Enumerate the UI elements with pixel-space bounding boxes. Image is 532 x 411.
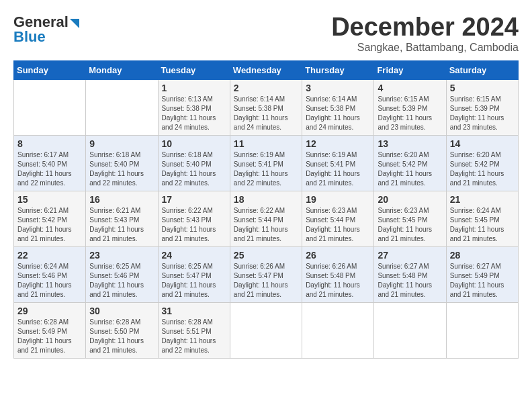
calendar-cell-w2-d6: 14Sunrise: 6:20 AMSunset: 5:42 PMDayligh… bbox=[446, 135, 518, 191]
calendar-cell-w3-d5: 20Sunrise: 6:23 AMSunset: 5:45 PMDayligh… bbox=[374, 191, 446, 246]
day-number: 26 bbox=[306, 250, 370, 261]
day-info: Sunrise: 6:21 AMSunset: 5:43 PMDaylight:… bbox=[89, 206, 154, 244]
day-number: 14 bbox=[450, 138, 515, 149]
calendar-cell-w3-d3: 18Sunrise: 6:22 AMSunset: 5:44 PMDayligh… bbox=[230, 191, 302, 246]
day-info: Sunrise: 6:15 AMSunset: 5:39 PMDaylight:… bbox=[378, 95, 442, 132]
week-row-4: 22Sunrise: 6:24 AMSunset: 5:46 PMDayligh… bbox=[14, 246, 519, 302]
header-row: SundayMondayTuesdayWednesdayThursdayFrid… bbox=[14, 60, 519, 79]
day-number: 19 bbox=[306, 194, 370, 205]
calendar-cell-w1-d5: 4Sunrise: 6:15 AMSunset: 5:39 PMDaylight… bbox=[374, 79, 446, 135]
day-number: 9 bbox=[89, 138, 154, 149]
day-number: 12 bbox=[306, 138, 370, 149]
day-info: Sunrise: 6:27 AMSunset: 5:49 PMDaylight:… bbox=[450, 262, 515, 300]
header-friday: Friday bbox=[374, 60, 446, 79]
day-info: Sunrise: 6:20 AMSunset: 5:42 PMDaylight:… bbox=[450, 150, 515, 188]
calendar-cell-w3-d4: 19Sunrise: 6:23 AMSunset: 5:44 PMDayligh… bbox=[302, 191, 374, 246]
calendar-header: SundayMondayTuesdayWednesdayThursdayFrid… bbox=[14, 60, 519, 79]
calendar-cell-w2-d2: 10Sunrise: 6:18 AMSunset: 5:40 PMDayligh… bbox=[158, 135, 230, 191]
title-block: December 2024 Sangkae, Battambang, Cambo… bbox=[331, 13, 519, 54]
day-number: 31 bbox=[162, 306, 226, 316]
calendar-cell-w1-d4: 3Sunrise: 6:14 AMSunset: 5:38 PMDaylight… bbox=[302, 79, 374, 135]
logo-arrow-icon bbox=[70, 19, 79, 28]
day-info: Sunrise: 6:23 AMSunset: 5:44 PMDaylight:… bbox=[306, 206, 370, 244]
day-info: Sunrise: 6:18 AMSunset: 5:40 PMDaylight:… bbox=[162, 150, 226, 188]
day-info: Sunrise: 6:28 AMSunset: 5:50 PMDaylight:… bbox=[89, 318, 154, 355]
calendar-cell-w4-d6: 28Sunrise: 6:27 AMSunset: 5:49 PMDayligh… bbox=[446, 246, 518, 302]
calendar-cell-w5-d2: 31Sunrise: 6:28 AMSunset: 5:51 PMDayligh… bbox=[158, 302, 230, 358]
day-number: 16 bbox=[89, 194, 154, 205]
day-info: Sunrise: 6:22 AMSunset: 5:43 PMDaylight:… bbox=[162, 206, 226, 244]
calendar-table: SundayMondayTuesdayWednesdayThursdayFrid… bbox=[13, 60, 519, 359]
header-saturday: Saturday bbox=[446, 60, 518, 79]
header-tuesday: Tuesday bbox=[158, 60, 230, 79]
logo-blue: Blue bbox=[13, 28, 46, 46]
day-number: 15 bbox=[17, 194, 82, 205]
page-header: General Blue December 2024 Sangkae, Batt… bbox=[13, 13, 519, 54]
day-number: 28 bbox=[450, 250, 515, 261]
day-info: Sunrise: 6:19 AMSunset: 5:41 PMDaylight:… bbox=[306, 150, 370, 188]
calendar-cell-w2-d5: 13Sunrise: 6:20 AMSunset: 5:42 PMDayligh… bbox=[374, 135, 446, 191]
day-info: Sunrise: 6:17 AMSunset: 5:40 PMDaylight:… bbox=[17, 150, 82, 188]
day-number: 17 bbox=[162, 194, 226, 205]
calendar-cell-w4-d1: 23Sunrise: 6:25 AMSunset: 5:46 PMDayligh… bbox=[86, 246, 158, 302]
calendar-cell-w2-d1: 9Sunrise: 6:18 AMSunset: 5:40 PMDaylight… bbox=[86, 135, 158, 191]
day-number: 21 bbox=[450, 194, 515, 205]
week-row-5: 29Sunrise: 6:28 AMSunset: 5:49 PMDayligh… bbox=[14, 302, 519, 358]
day-number: 1 bbox=[162, 83, 226, 93]
day-number: 23 bbox=[89, 250, 154, 261]
day-info: Sunrise: 6:20 AMSunset: 5:42 PMDaylight:… bbox=[378, 150, 442, 188]
day-info: Sunrise: 6:18 AMSunset: 5:40 PMDaylight:… bbox=[89, 150, 154, 188]
month-title: December 2024 bbox=[331, 13, 519, 42]
header-thursday: Thursday bbox=[302, 60, 374, 79]
day-info: Sunrise: 6:19 AMSunset: 5:41 PMDaylight:… bbox=[234, 150, 298, 188]
calendar-cell-w5-d6 bbox=[446, 302, 518, 358]
calendar-cell-w5-d1: 30Sunrise: 6:28 AMSunset: 5:50 PMDayligh… bbox=[86, 302, 158, 358]
calendar-cell-w3-d2: 17Sunrise: 6:22 AMSunset: 5:43 PMDayligh… bbox=[158, 191, 230, 246]
calendar-cell-w5-d0: 29Sunrise: 6:28 AMSunset: 5:49 PMDayligh… bbox=[14, 302, 86, 358]
day-info: Sunrise: 6:14 AMSunset: 5:38 PMDaylight:… bbox=[306, 95, 370, 132]
day-info: Sunrise: 6:26 AMSunset: 5:48 PMDaylight:… bbox=[306, 262, 370, 300]
day-info: Sunrise: 6:21 AMSunset: 5:42 PMDaylight:… bbox=[17, 206, 82, 244]
day-info: Sunrise: 6:28 AMSunset: 5:51 PMDaylight:… bbox=[162, 318, 226, 355]
day-info: Sunrise: 6:22 AMSunset: 5:44 PMDaylight:… bbox=[234, 206, 298, 244]
day-info: Sunrise: 6:27 AMSunset: 5:48 PMDaylight:… bbox=[378, 262, 442, 300]
header-wednesday: Wednesday bbox=[230, 60, 302, 79]
day-info: Sunrise: 6:23 AMSunset: 5:45 PMDaylight:… bbox=[378, 206, 442, 244]
day-number: 20 bbox=[378, 194, 442, 205]
calendar-cell-w2-d3: 11Sunrise: 6:19 AMSunset: 5:41 PMDayligh… bbox=[230, 135, 302, 191]
calendar-cell-w4-d5: 27Sunrise: 6:27 AMSunset: 5:48 PMDayligh… bbox=[374, 246, 446, 302]
calendar-cell-w1-d3: 2Sunrise: 6:14 AMSunset: 5:38 PMDaylight… bbox=[230, 79, 302, 135]
day-number: 18 bbox=[234, 194, 298, 205]
day-number: 13 bbox=[378, 138, 442, 149]
day-number: 11 bbox=[234, 138, 298, 149]
calendar-cell-w3-d1: 16Sunrise: 6:21 AMSunset: 5:43 PMDayligh… bbox=[86, 191, 158, 246]
day-info: Sunrise: 6:15 AMSunset: 5:39 PMDaylight:… bbox=[450, 95, 515, 132]
day-number: 5 bbox=[450, 83, 515, 93]
day-info: Sunrise: 6:24 AMSunset: 5:46 PMDaylight:… bbox=[17, 262, 82, 300]
location: Sangkae, Battambang, Cambodia bbox=[331, 42, 519, 54]
day-info: Sunrise: 6:28 AMSunset: 5:49 PMDaylight:… bbox=[17, 318, 82, 355]
calendar-cell-w5-d5 bbox=[374, 302, 446, 358]
calendar-cell-w4-d3: 25Sunrise: 6:26 AMSunset: 5:47 PMDayligh… bbox=[230, 246, 302, 302]
day-info: Sunrise: 6:24 AMSunset: 5:45 PMDaylight:… bbox=[450, 206, 515, 244]
day-number: 25 bbox=[234, 250, 298, 261]
logo: General Blue bbox=[13, 13, 79, 46]
calendar-cell-w2-d0: 8Sunrise: 6:17 AMSunset: 5:40 PMDaylight… bbox=[14, 135, 86, 191]
day-number: 24 bbox=[162, 250, 226, 261]
week-row-3: 15Sunrise: 6:21 AMSunset: 5:42 PMDayligh… bbox=[14, 191, 519, 246]
calendar-cell-w1-d6: 5Sunrise: 6:15 AMSunset: 5:39 PMDaylight… bbox=[446, 79, 518, 135]
day-number: 22 bbox=[17, 250, 82, 261]
day-info: Sunrise: 6:13 AMSunset: 5:38 PMDaylight:… bbox=[162, 95, 226, 132]
day-number: 27 bbox=[378, 250, 442, 261]
week-row-1: 1Sunrise: 6:13 AMSunset: 5:38 PMDaylight… bbox=[14, 79, 519, 135]
day-info: Sunrise: 6:25 AMSunset: 5:47 PMDaylight:… bbox=[162, 262, 226, 300]
calendar-cell-w4-d2: 24Sunrise: 6:25 AMSunset: 5:47 PMDayligh… bbox=[158, 246, 230, 302]
calendar-cell-w4-d0: 22Sunrise: 6:24 AMSunset: 5:46 PMDayligh… bbox=[14, 246, 86, 302]
day-info: Sunrise: 6:14 AMSunset: 5:38 PMDaylight:… bbox=[234, 95, 298, 132]
week-row-2: 8Sunrise: 6:17 AMSunset: 5:40 PMDaylight… bbox=[14, 135, 519, 191]
day-info: Sunrise: 6:26 AMSunset: 5:47 PMDaylight:… bbox=[234, 262, 298, 300]
calendar-cell-w2-d4: 12Sunrise: 6:19 AMSunset: 5:41 PMDayligh… bbox=[302, 135, 374, 191]
day-number: 30 bbox=[89, 306, 154, 316]
calendar-cell-w3-d0: 15Sunrise: 6:21 AMSunset: 5:42 PMDayligh… bbox=[14, 191, 86, 246]
day-number: 2 bbox=[234, 83, 298, 93]
